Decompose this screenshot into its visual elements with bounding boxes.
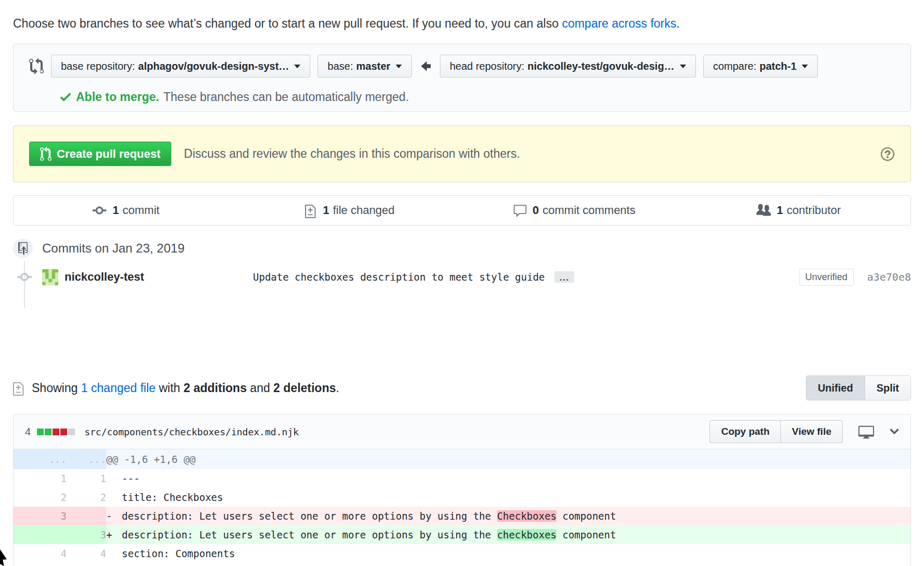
diff-icon	[305, 203, 318, 218]
diff-context-row: 1 1 ---	[14, 469, 910, 488]
old-line-number[interactable]: 3	[14, 507, 67, 525]
diff-context-row: 2 2 title: Checkboxes	[14, 488, 910, 507]
commits-timeline: Commits on Jan 23, 2019 nickcolley-test …	[13, 238, 911, 287]
commit-message[interactable]: Update checkboxes description to meet st…	[253, 271, 545, 283]
repo-push-icon	[13, 238, 33, 258]
code-line: +description: Let users select one or mo…	[106, 525, 910, 544]
file-diff-box: 4 src/components/checkboxes/index.md.njk…	[13, 414, 911, 566]
new-line-number[interactable]: 4	[67, 544, 106, 563]
old-line-number: ...	[14, 449, 67, 469]
diff-added-row: 3 +description: Let users select one or …	[14, 525, 910, 544]
diff-summary-text: Showing 1 changed file with 2 additions …	[32, 381, 339, 395]
old-line-number[interactable]: 2	[14, 488, 67, 507]
file-path[interactable]: src/components/checkboxes/index.md.njk	[84, 426, 299, 437]
base-repository-selector[interactable]: base repository:alphagov/govuk-design-sy…	[51, 55, 310, 78]
new-line-number[interactable]	[67, 507, 106, 525]
unified-view-button[interactable]: Unified	[806, 376, 865, 400]
hunk-header: @@ -1,6 +1,6 @@	[106, 449, 910, 469]
new-line-number[interactable]: 5	[67, 563, 106, 566]
head-repository-selector[interactable]: head repository:nickcolley-test/govuk-de…	[440, 55, 696, 78]
chevron-down-icon[interactable]	[890, 424, 899, 439]
chevron-down-icon	[680, 65, 686, 68]
diff-icon	[13, 380, 26, 396]
diff-table: ... ... @@ -1,6 +1,6 @@ 1 1 --- 2 2 titl…	[14, 449, 910, 566]
commit-description-toggle[interactable]: …	[554, 271, 574, 283]
diff-hunk-row: ... ... @@ -1,6 +1,6 @@	[14, 449, 910, 469]
split-view-button[interactable]: Split	[865, 376, 910, 400]
old-line-number[interactable]	[14, 525, 67, 544]
code-line: section: Components	[106, 544, 910, 563]
unverified-badge[interactable]: Unverified	[799, 269, 854, 286]
new-line-number[interactable]: 1	[67, 469, 106, 488]
file-header: 4 src/components/checkboxes/index.md.njk…	[14, 414, 910, 449]
code-line: aliases: check boxes, tickboxes, tick bo…	[106, 563, 910, 566]
git-pull-request-icon	[40, 146, 52, 162]
diff-view-toggle: Unified Split	[806, 375, 911, 400]
chevron-down-icon	[802, 65, 808, 68]
view-file-button[interactable]: View file	[780, 420, 843, 443]
commit-author[interactable]: nickcolley-test	[65, 270, 253, 284]
new-line-number[interactable]: 2	[67, 488, 106, 507]
old-line-number[interactable]: 5	[14, 563, 67, 566]
code-line: -description: Let users select one or mo…	[106, 507, 910, 525]
stat-contributors[interactable]: 1contributor	[686, 203, 910, 218]
comment-icon	[513, 203, 527, 218]
diff-context-row: 4 4 section: Components	[14, 544, 910, 563]
merge-status-title: Able to merge.	[76, 90, 159, 104]
intro-text: Choose two branches to see what’s change…	[13, 15, 911, 32]
changed-file-link[interactable]: 1 changed file	[81, 381, 156, 395]
commit-sha[interactable]: a3e70e8	[867, 271, 911, 283]
new-line-number[interactable]: 3	[67, 525, 106, 544]
chevron-down-icon	[396, 65, 402, 68]
diff-context-row: 5 5 aliases: check boxes, tickboxes, tic…	[14, 563, 910, 566]
chevron-down-icon	[294, 65, 300, 68]
check-icon	[59, 90, 72, 104]
old-line-number[interactable]: 1	[14, 469, 67, 488]
file-changes-count: 4	[25, 426, 31, 438]
create-pull-request-button[interactable]: Create pull request	[29, 142, 171, 166]
code-line: ---	[106, 469, 910, 488]
git-commit-icon	[17, 269, 32, 285]
git-commit-icon	[92, 203, 107, 218]
deleted-word-highlight: Checkboxes	[497, 510, 556, 522]
added-word-highlight: checkboxes	[497, 529, 556, 540]
merge-status-text: These branches can be automatically merg…	[163, 90, 409, 104]
compare-across-forks-link[interactable]: compare across forks	[562, 17, 676, 30]
new-line-number: ...	[67, 449, 106, 469]
copy-path-button[interactable]: Copy path	[710, 420, 781, 443]
commits-date-heading: Commits on Jan 23, 2019	[42, 241, 184, 256]
create-pr-banner: Create pull request Discuss and review t…	[13, 125, 911, 182]
compare-branch-selector[interactable]: compare:patch-1	[703, 55, 818, 78]
old-line-number[interactable]: 4	[14, 544, 67, 563]
commit-row: nickcolley-test Update checkboxes descri…	[13, 267, 911, 287]
monitor-icon[interactable]	[858, 424, 874, 439]
diff-summary-row: Showing 1 changed file with 2 additions …	[13, 375, 911, 400]
comparison-stats-bar: 1commit 1file changed 0commit comments 1…	[13, 195, 911, 225]
branch-compare-box: base repository:alphagov/govuk-design-sy…	[13, 44, 911, 112]
avatar[interactable]	[42, 269, 58, 285]
banner-text: Discuss and review the changes in this c…	[184, 147, 520, 161]
merge-status: Able to merge. These branches can be aut…	[59, 90, 898, 104]
question-icon[interactable]	[880, 146, 895, 162]
people-icon	[756, 203, 771, 218]
stat-files-changed[interactable]: 1file changed	[238, 203, 462, 218]
base-branch-selector[interactable]: base:master	[318, 55, 412, 78]
arrow-left-icon	[420, 58, 432, 74]
diff-deleted-row: 3 -description: Let users select one or …	[14, 507, 910, 525]
stat-commit-comments[interactable]: 0commit comments	[462, 203, 687, 218]
git-compare-icon	[29, 58, 44, 74]
stat-commits[interactable]: 1commit	[14, 203, 238, 218]
code-line: title: Checkboxes	[106, 488, 910, 507]
diffstat-blocks	[37, 429, 76, 435]
